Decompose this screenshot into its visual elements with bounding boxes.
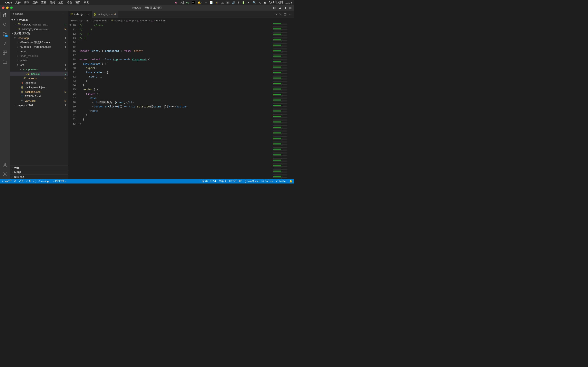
menu-view[interactable]: 查看 — [41, 1, 46, 4]
menu-window[interactable]: 窗口 — [75, 1, 81, 4]
status-golive[interactable]: ⦿ Go Live — [261, 180, 273, 183]
tray-bluetooth-icon[interactable]: ᚼ — [238, 1, 239, 4]
minimap[interactable] — [272, 23, 294, 179]
tray-spotlight-icon[interactable]: 🔍 — [252, 1, 256, 4]
file-item[interactable]: JSindex.jsU — [10, 72, 68, 76]
run-icon[interactable]: ▷ — [275, 13, 277, 16]
tray-date[interactable]: 6月2日 周四 — [268, 1, 283, 4]
folder-item[interactable]: ›02-redux中使用immutable — [10, 45, 68, 49]
tray-ime-icon[interactable]: 英 — [180, 1, 183, 4]
folder-item[interactable]: ›my-app-2109 — [10, 103, 68, 108]
tray-bell-icon[interactable]: 🔔4 — [198, 1, 202, 4]
tray-siri-icon[interactable]: ◉ — [264, 1, 266, 4]
menu-terminal[interactable]: 终端 — [67, 1, 72, 4]
file-item[interactable]: JSindex.jsM — [10, 76, 68, 81]
activity-extensions-icon[interactable] — [2, 50, 8, 55]
tray-volume-icon[interactable]: 🔊 — [232, 1, 235, 4]
tray-battery-icon[interactable]: 🔋 — [242, 1, 245, 4]
status-spaces[interactable]: 空格: 2 — [219, 180, 226, 183]
window-close-button[interactable] — [2, 7, 4, 9]
menu-selection[interactable]: 选择 — [33, 1, 38, 4]
status-eol[interactable]: LF — [239, 180, 242, 183]
compare-icon[interactable]: ⥃ — [279, 13, 282, 16]
menu-run[interactable]: 运行 — [58, 1, 63, 4]
app-name[interactable]: Code — [5, 1, 12, 4]
tray-s-icon[interactable]: S — [226, 1, 230, 4]
status-encoding[interactable]: UTF-8 — [229, 180, 236, 183]
breadcrumb-item[interactable]: react-app — [71, 19, 82, 22]
open-editor-item[interactable]: {}package.json react-appM — [10, 27, 68, 31]
tray-time[interactable]: 10:23 — [285, 1, 292, 4]
sidebar-more-icon[interactable]: ⋯ — [63, 13, 66, 16]
code-content[interactable]: // </div>// )// }// } import React, { Co… — [79, 23, 294, 179]
folder-item[interactable]: ∨react-app — [10, 36, 68, 40]
workspace-section[interactable]: ∨ 无标题 (工作区) — [10, 31, 68, 36]
outline-section[interactable]: ›大纲 — [10, 166, 68, 170]
status-branch[interactable]: ᚼ day07* — [2, 180, 11, 183]
tray-hat-icon[interactable]: 🎓 — [215, 1, 219, 4]
menu-edit[interactable]: 编辑 — [24, 1, 29, 4]
activity-folder-icon[interactable] — [2, 59, 8, 65]
tray-tabs-icon[interactable]: ▭ — [205, 1, 207, 4]
breadcrumb-item[interactable]: components — [93, 19, 107, 22]
layout-left-icon[interactable]: ◧ — [272, 6, 277, 9]
breadcrumb-item[interactable]: ⬚App — [126, 19, 134, 22]
folder-item[interactable]: ›mock — [10, 49, 68, 54]
open-editors-section[interactable]: ∨ 打开的编辑器 — [10, 18, 68, 22]
folder-item[interactable]: ›node_modules — [10, 54, 68, 58]
menu-help[interactable]: 帮助 — [84, 1, 89, 4]
breadcrumb-item[interactable]: src — [86, 19, 89, 22]
editor-tab[interactable]: JSindex.jsU✕ — [68, 11, 92, 18]
file-item[interactable]: {}package-lock.json — [10, 85, 68, 90]
window-maximize-button[interactable] — [10, 7, 13, 9]
window-minimize-button[interactable] — [6, 7, 9, 9]
tray-book-icon[interactable]: 📑 — [210, 1, 213, 4]
layout-custom-icon[interactable]: ▥ — [288, 6, 292, 9]
activity-debug-icon[interactable] — [2, 40, 8, 46]
editor-pane[interactable]: 9 10 11 12 13 14 15 16 17 18 19 20 21 22… — [68, 23, 294, 179]
close-icon[interactable]: ✕ — [13, 23, 16, 26]
status-scanning[interactable]: {..} : Scanning.. — [33, 180, 50, 183]
status-errors[interactable]: ⊘ 0 — [19, 180, 23, 183]
activity-settings-icon[interactable] — [2, 171, 8, 177]
tray-control-icon[interactable]: ⌥ — [258, 1, 261, 4]
split-icon[interactable]: ◫ — [284, 13, 286, 16]
tab-more-icon[interactable]: ⋯ — [289, 13, 292, 16]
npm-scripts-section[interactable]: ›NPM 脚本 — [10, 175, 68, 179]
folder-item[interactable]: ∨src — [10, 63, 68, 67]
open-editor-item[interactable]: ✕JSindex.js react-app · src...U — [10, 22, 68, 27]
menu-file[interactable]: 文件 — [15, 1, 21, 4]
breadcrumb-item[interactable]: JSindex.js — [111, 19, 123, 22]
tab-close-icon[interactable]: ✕ — [87, 13, 90, 16]
status-bell-icon[interactable]: 🔔 — [289, 180, 292, 183]
status-warnings[interactable]: ⚠ 0 — [26, 180, 30, 183]
editor-tab[interactable]: {}package.jsonM — [92, 11, 118, 18]
folder-item[interactable]: ›public — [10, 58, 68, 63]
breadcrumb-item[interactable]: ⬚<function> — [151, 19, 166, 22]
folder-item[interactable]: ∨components — [10, 67, 68, 72]
activity-search-icon[interactable] — [2, 22, 8, 27]
breadcrumb-item[interactable]: ⬚render — [137, 19, 148, 22]
file-item[interactable]: {}package.jsonM — [10, 90, 68, 94]
breadcrumbs[interactable]: react-app›src›components›JSindex.js›⬚App… — [68, 18, 294, 23]
tray-w-icon[interactable]: W — [192, 1, 195, 4]
status-sync[interactable]: ⟳ — [14, 180, 16, 183]
activity-explorer-icon[interactable] — [2, 12, 8, 18]
file-item[interactable]: ⚲yarn.lockM — [10, 99, 68, 103]
tray-cloud-icon[interactable]: ☁ — [221, 1, 224, 4]
file-item[interactable]: ⓘREADME.md — [10, 94, 68, 99]
status-language[interactable]: {} JavaScript — [245, 180, 259, 183]
layout-bottom-icon[interactable]: ⬓ — [278, 6, 282, 9]
menu-go[interactable]: 转到 — [50, 1, 55, 4]
layout-right-icon[interactable]: ◨ — [283, 6, 287, 9]
status-position[interactable]: 行 28，列 54 — [202, 180, 216, 183]
activity-account-icon[interactable] — [2, 162, 8, 167]
activity-scm-icon[interactable]: 79 — [2, 31, 8, 37]
tray-flower-icon[interactable]: ✿ — [175, 1, 177, 4]
folder-item[interactable]: ›01-redux中管理多个store — [10, 40, 68, 45]
file-item[interactable]: ◈.gitignore — [10, 81, 68, 85]
tray-vc-icon[interactable]: Vc — [186, 1, 189, 4]
tray-wifi-icon[interactable]: ᯤ — [247, 1, 250, 4]
status-prettier[interactable]: ✓ Prettier — [276, 180, 286, 183]
timeline-section[interactable]: ›时间线 — [10, 170, 68, 175]
